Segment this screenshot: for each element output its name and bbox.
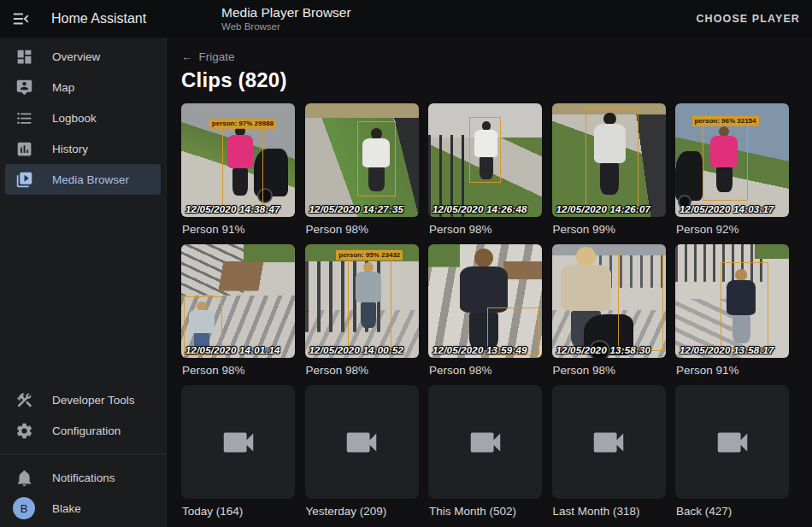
clip-caption: Person 98% <box>306 364 419 377</box>
logbook-icon <box>14 108 34 128</box>
top-app-bar: Home Assistant Media Player Browser Web … <box>0 0 812 38</box>
clip-thumbnail: 12/05/2020 13:58:30 <box>552 244 666 358</box>
breadcrumb-back-frigate[interactable]: ← Frigate <box>181 50 235 63</box>
clip-thumbnail: person: 97% 29988 12/05/2020 14:38:47 <box>181 103 295 217</box>
clip-item[interactable]: person: 96% 32154 12/05/2020 14:03:17 Pe… <box>675 103 789 244</box>
detection-bbox <box>721 262 768 348</box>
page-header-subtitle: Web Browser <box>221 21 351 32</box>
sidebar-item-media-browser[interactable]: Media Browser <box>5 164 161 195</box>
detection-label: person: 96% 32154 <box>691 116 758 126</box>
detection-label: person: 95% 23432 <box>336 250 403 261</box>
folder-item-this-month[interactable]: This Month (502) <box>428 385 542 526</box>
gear-icon <box>14 420 34 441</box>
notifications-label: Notifications <box>52 471 115 484</box>
detection-label: person: 97% 29988 <box>209 119 276 129</box>
detection-bbox: person: 97% 29988 <box>222 124 263 208</box>
history-icon <box>14 138 34 159</box>
detection-bbox <box>585 108 638 208</box>
clip-timestamp: 12/05/2020 14:03:17 <box>680 204 774 214</box>
sidebar-item-user[interactable]: B Blake <box>5 493 161 524</box>
clip-item[interactable]: 12/05/2020 13:59:49 Person 98% <box>428 244 542 385</box>
clip-caption: Person 98% <box>182 364 295 377</box>
page-header-title: Media Player Browser <box>221 5 351 20</box>
clip-caption: Person 92% <box>676 223 789 236</box>
media-grid: person: 97% 29988 12/05/2020 14:38:47 Pe… <box>181 103 798 526</box>
sidebar-spacer <box>0 195 166 384</box>
back-arrow-icon: ← <box>181 50 193 63</box>
clip-thumbnail: 12/05/2020 14:27:35 <box>305 103 419 217</box>
clip-timestamp: 12/05/2020 14:38:47 <box>185 204 280 214</box>
clip-caption: Person 91% <box>182 223 295 236</box>
detection-bbox: person: 95% 23432 <box>348 255 391 353</box>
sidebar-item-history[interactable]: History <box>5 133 161 164</box>
detection-bbox <box>469 117 501 183</box>
clip-item[interactable]: 12/05/2020 14:26:48 Person 98% <box>428 103 542 244</box>
detection-bbox <box>357 121 396 196</box>
folder-tile <box>181 385 295 499</box>
clip-item[interactable]: person: 97% 29988 12/05/2020 14:38:47 Pe… <box>181 103 295 244</box>
video-camera-icon <box>219 423 258 462</box>
folder-label: Today (164) <box>182 505 295 518</box>
folder-tile <box>552 385 666 499</box>
clip-thumbnail: 12/05/2020 14:01:14 <box>181 244 295 358</box>
clip-thumbnail: 12/05/2020 14:26:48 <box>428 103 542 217</box>
clip-item[interactable]: 12/05/2020 13:58:30 Person 98% <box>552 244 666 385</box>
media-browser-icon <box>14 169 34 190</box>
folder-tile <box>675 385 789 499</box>
clip-timestamp: 12/05/2020 13:58:17 <box>680 345 774 355</box>
sidebar-main-items: Overview Map Logbook History Media Brows… <box>0 41 166 195</box>
clip-item[interactable]: 12/05/2020 14:01:14 Person 98% <box>181 244 295 385</box>
app-title: Home Assistant <box>51 11 146 26</box>
folder-label: Last Month (318) <box>553 505 666 518</box>
breadcrumb-label: Frigate <box>199 50 235 63</box>
stroller-figure <box>675 151 703 202</box>
sidebar-item-logbook[interactable]: Logbook <box>5 102 161 133</box>
sidebar-item-developer-tools[interactable]: Developer Tools <box>5 384 161 415</box>
clip-timestamp: 12/05/2020 14:26:48 <box>432 204 527 214</box>
clip-thumbnail: person: 95% 23432 12/05/2020 14:00:52 <box>305 244 419 358</box>
bell-icon <box>14 467 34 488</box>
folder-tile <box>305 385 419 499</box>
media-browser-content: ← Frigate Clips (820) person: 97% 29988 … <box>167 38 812 527</box>
clip-item[interactable]: person: 95% 23432 12/05/2020 14:00:52 Pe… <box>305 244 419 385</box>
avatar: B <box>13 497 35 519</box>
clip-item[interactable]: 12/05/2020 14:27:35 Person 98% <box>305 103 419 244</box>
clip-timestamp: 12/05/2020 14:27:35 <box>309 204 404 214</box>
sidebar-item-map[interactable]: Map <box>5 72 161 102</box>
folder-tile <box>428 385 542 499</box>
clip-caption: Person 98% <box>553 364 666 377</box>
folder-item-last-month[interactable]: Last Month (318) <box>552 385 666 526</box>
sidebar: Overview Map Logbook History Media Brows… <box>0 38 167 527</box>
sidebar-item-notifications[interactable]: Notifications <box>5 462 161 493</box>
home-assistant-app: Home Assistant Media Player Browser Web … <box>0 0 812 527</box>
clip-caption: Person 99% <box>553 223 666 236</box>
folder-item-today[interactable]: Today (164) <box>181 385 295 526</box>
choose-player-button[interactable]: CHOOSE PLAYER <box>696 13 800 25</box>
folder-label: Yesterday (209) <box>306 505 419 518</box>
video-camera-icon <box>466 423 505 462</box>
folder-item-yesterday[interactable]: Yesterday (209) <box>305 385 419 526</box>
folder-item-back[interactable]: Back (427) <box>675 385 789 526</box>
video-camera-icon <box>713 423 752 462</box>
detection-bbox: person: 96% 32154 <box>703 121 748 201</box>
sidebar-toggle-icon[interactable] <box>12 9 32 29</box>
sidebar-bottom-items: Developer Tools Configuration <box>0 384 166 446</box>
clip-thumbnail: person: 96% 32154 12/05/2020 14:03:17 <box>675 103 789 217</box>
map-icon <box>14 77 34 97</box>
video-camera-icon <box>589 423 628 462</box>
clip-caption: Person 91% <box>676 364 789 377</box>
clip-item[interactable]: 12/05/2020 13:58:17 Person 91% <box>675 244 789 385</box>
body-layout: Overview Map Logbook History Media Brows… <box>0 38 812 527</box>
clip-caption: Person 98% <box>306 223 419 236</box>
clip-item[interactable]: 12/05/2020 14:26:07 Person 99% <box>552 103 666 244</box>
user-name: Blake <box>52 502 81 515</box>
clip-timestamp: 12/05/2020 13:59:49 <box>432 345 527 355</box>
sidebar-item-configuration[interactable]: Configuration <box>5 415 161 446</box>
topbar-left: Home Assistant <box>0 9 167 29</box>
dashboard-icon <box>14 46 34 67</box>
page-title: Clips (820) <box>181 68 798 92</box>
clip-caption: Person 98% <box>429 223 542 236</box>
sidebar-item-overview[interactable]: Overview <box>5 41 161 72</box>
hammer-icon <box>14 389 34 410</box>
sidebar-divider <box>0 454 166 454</box>
